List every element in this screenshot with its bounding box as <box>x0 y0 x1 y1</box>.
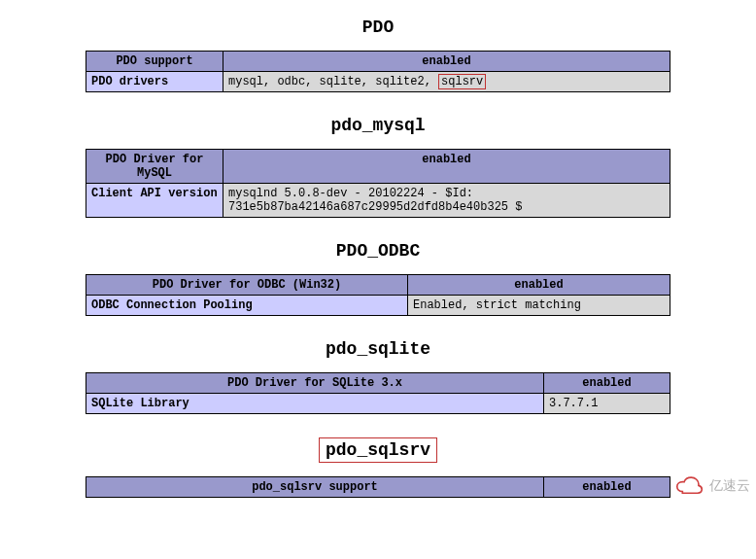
header-pdo-sqlsrv-support: pdo_sqlsrv support <box>86 477 544 498</box>
section-title-pdo-sqlite: pdo_sqlite <box>0 339 756 359</box>
pdo-driver-sqlsrv-box: sqlsrv <box>438 74 486 89</box>
label-pdo-drivers: PDO drivers <box>86 72 223 92</box>
header-pdo-support: PDO support <box>86 52 223 72</box>
value-client-api-version: mysqlnd 5.0.8-dev - 20102224 - $Id: 731e… <box>223 184 670 218</box>
header-pdo-sqlsrv-enabled: enabled <box>544 477 670 498</box>
watermark-text: 亿速云 <box>709 477 750 495</box>
table-pdo: PDO support enabled PDO drivers mysql, o… <box>86 51 670 92</box>
header-pdo-odbc-enabled: enabled <box>408 275 670 296</box>
section-title-pdo-odbc: PDO_ODBC <box>0 241 756 261</box>
table-pdo-sqlite: PDO Driver for SQLite 3.x enabled SQLite… <box>86 372 670 414</box>
table-pdo-sqlsrv: pdo_sqlsrv support enabled <box>86 476 670 498</box>
section-title-pdo-mysql: pdo_mysql <box>0 116 756 135</box>
header-pdo-sqlite-driver: PDO Driver for SQLite 3.x <box>86 373 544 394</box>
section-title-pdo-sqlsrv: pdo_sqlsrv <box>0 437 756 463</box>
header-pdo-mysql-driver: PDO Driver for MySQL <box>86 150 223 184</box>
table-pdo-odbc: PDO Driver for ODBC (Win32) enabled ODBC… <box>86 274 670 316</box>
table-pdo-mysql: PDO Driver for MySQL enabled Client API … <box>86 149 670 218</box>
header-pdo-enabled: enabled <box>223 52 670 72</box>
label-sqlite-library: SQLite Library <box>86 394 544 414</box>
label-odbc-pooling: ODBC Connection Pooling <box>86 296 408 316</box>
pdo-drivers-list: mysql, odbc, sqlite, sqlite2, <box>228 75 438 88</box>
watermark: 亿速云 <box>672 476 750 496</box>
pdo-sqlsrv-title-box: pdo_sqlsrv <box>319 437 437 463</box>
header-pdo-odbc-driver: PDO Driver for ODBC (Win32) <box>86 275 408 296</box>
section-title-pdo: PDO <box>0 17 756 37</box>
value-odbc-pooling: Enabled, strict matching <box>408 296 670 316</box>
value-sqlite-library: 3.7.7.1 <box>544 394 670 414</box>
cloud-icon <box>672 476 705 496</box>
header-pdo-sqlite-enabled: enabled <box>544 373 670 394</box>
header-pdo-mysql-enabled: enabled <box>223 150 670 184</box>
value-pdo-drivers: mysql, odbc, sqlite, sqlite2, sqlsrv <box>223 72 670 92</box>
label-client-api-version: Client API version <box>86 184 223 218</box>
